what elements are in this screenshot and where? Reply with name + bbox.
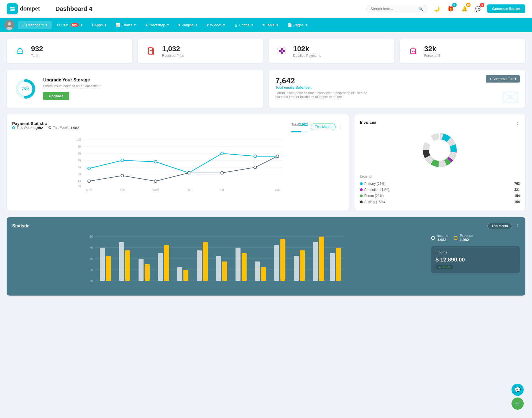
generate-report-button[interactable]: Generate Report: [487, 4, 525, 13]
legend-val-2: 1.982: [70, 126, 79, 130]
svg-rect-76: [183, 270, 188, 281]
svg-point-40: [121, 174, 124, 177]
sidebar-item-cms[interactable]: ⚙ CMS New ▼: [53, 21, 87, 29]
theme-toggle-button[interactable]: 🌙: [432, 4, 442, 14]
compose-email-button[interactable]: + Compose Email: [486, 75, 520, 83]
search-box[interactable]: 🔍: [366, 5, 427, 13]
income-detail-amount: $ 12,890,00: [436, 257, 515, 263]
upgrade-donut: 75%: [14, 78, 37, 100]
expense-dot: [454, 236, 457, 240]
options-button[interactable]: ⋮: [338, 124, 343, 130]
up-arrow-icon: ▲: [438, 265, 441, 269]
header-icons: 🌙 🎁 2 🔔 12 💬 5 Generate Report: [432, 4, 525, 14]
nav-label-plugins: Plugins: [182, 23, 194, 27]
sidebar-item-dashboard[interactable]: ⊞ Dashboard ▼: [18, 21, 52, 29]
chevron-down-icon-widget: ▼: [223, 24, 226, 27]
chevron-down-icon-table: ▼: [276, 24, 279, 27]
chevron-down-icon-charts: ▼: [134, 24, 136, 27]
svg-rect-80: [222, 261, 227, 281]
svg-rect-92: [336, 248, 341, 281]
svg-rect-68: [106, 256, 111, 281]
svg-rect-85: [274, 245, 279, 281]
statistic-controls: This Month ⋮: [487, 223, 520, 229]
sidebar-item-plugins[interactable]: ♥ Plugins ▼: [174, 21, 201, 29]
sidebar-item-charts[interactable]: 📊 Charts ▼: [112, 21, 140, 29]
msg-badge: 5: [480, 3, 484, 7]
upgrade-percent: 75%: [22, 87, 29, 91]
svg-text:Mon: Mon: [86, 188, 92, 191]
email-sub-label: Total emails Subcriber.: [275, 85, 519, 89]
chevron-down-icon-pages: ▼: [305, 24, 308, 27]
statistic-this-month-button[interactable]: This Month: [487, 223, 512, 229]
svg-point-33: [121, 159, 124, 162]
svg-rect-0: [10, 7, 15, 11]
sidebar-item-table[interactable]: ≡ Table ▼: [259, 21, 283, 29]
svg-text:Fri: Fri: [220, 188, 224, 191]
briefcase-icon: [13, 44, 27, 58]
nav-label-bootstrap: Bootstrap: [150, 23, 165, 27]
email-count: 7,642: [275, 76, 519, 85]
legend-item-forum: Forum (22%) 154: [360, 193, 520, 199]
svg-point-34: [154, 160, 157, 163]
svg-rect-77: [197, 250, 202, 281]
sidebar-item-forms[interactable]: 🖨 Forms ▼: [231, 21, 258, 29]
this-month-button[interactable]: This Month: [311, 124, 335, 130]
sidebar-item-bootstrap[interactable]: ★ Bootstrap ▼: [141, 21, 173, 29]
sidebar-item-widget[interactable]: ♥ Widget ▼: [203, 21, 229, 29]
gift-button[interactable]: 🎁 2: [446, 4, 456, 14]
svg-text:40: 40: [90, 246, 93, 249]
invoices-legend: Legend Primary (27%) 763 Promotion (11%)…: [360, 175, 520, 205]
stat-label-required-price: Required Price: [162, 54, 184, 58]
invoices-title: Invoices: [360, 120, 377, 125]
sidebar-item-apps[interactable]: ℹ Apps ▼: [88, 21, 111, 29]
navbar: ⊞ Dashboard ▼ ⚙ CMS New ▼ ℹ Apps ▼ 📊 Cha…: [0, 18, 532, 32]
stat-num-required-price: 1,032: [162, 45, 184, 53]
primary-label: Primary (27%): [364, 182, 514, 186]
search-input[interactable]: [370, 7, 416, 11]
svg-text:Thu: Thu: [186, 188, 191, 191]
email-desc: Lorem ipsum dolor sit amet, consectetur …: [275, 91, 370, 99]
income-label: Income: [437, 234, 448, 238]
socials-color-dot: [360, 201, 363, 203]
svg-point-1: [11, 9, 11, 10]
income-val: 1.982: [437, 238, 448, 242]
chart-controls: Total 3,982 This Month ⋮: [291, 120, 343, 134]
upgrade-card: 75% Upgrade Your Storage Lorem ipsum dol…: [7, 70, 263, 108]
upgrade-button[interactable]: Upgrade: [43, 92, 69, 100]
svg-rect-10: [279, 52, 282, 54]
svg-rect-75: [177, 267, 182, 281]
svg-rect-89: [313, 242, 318, 281]
income-badge: ▲ +15%: [436, 265, 453, 269]
svg-rect-91: [330, 253, 335, 281]
stat-card-detailed-payments: 102k Detalled Payments: [269, 39, 394, 63]
svg-text:30: 30: [90, 257, 93, 260]
nav-avatar: [4, 20, 14, 30]
logo: dompet: [7, 3, 51, 14]
svg-rect-14: [414, 52, 415, 54]
pages-icon: 📄: [288, 23, 292, 27]
messages-button[interactable]: 💬 5: [473, 4, 483, 14]
income-expense-row: Income 1.982 Expense 1.982: [431, 234, 520, 242]
svg-rect-74: [164, 245, 169, 281]
sidebar-item-pages[interactable]: 📄 Pages ▼: [284, 21, 312, 29]
upgrade-desc: Lorem ipsum dolor sit amet, onsectetur.: [43, 84, 101, 88]
svg-rect-73: [158, 253, 163, 281]
forum-label: Forum (22%): [364, 194, 514, 198]
payment-statistic-card: Payment Statistic This Week 1,982 This W…: [7, 114, 349, 211]
invoices-options-button[interactable]: ⋮: [515, 121, 520, 127]
statistic-options-button[interactable]: ⋮: [515, 223, 520, 229]
main-content: 932 Tariff 1,032 Required Price 102k Det…: [0, 32, 532, 302]
statistic-header: Statistic This Month ⋮: [12, 223, 520, 229]
chevron-down-icon-plugins: ▼: [195, 24, 198, 27]
svg-point-32: [88, 167, 90, 170]
svg-rect-82: [242, 253, 247, 281]
income-item: Income 1.982: [431, 234, 448, 242]
gift-badge: 2: [452, 3, 457, 7]
notifications-button[interactable]: 🔔 12: [459, 4, 469, 14]
stat-card-force-tariff: 32k Force tariff: [400, 39, 525, 63]
svg-text:70: 70: [78, 159, 81, 162]
email-card: + Compose Email 7,642 Total emails Subcr…: [269, 70, 525, 108]
expense-item: Expense 1.982: [454, 234, 473, 242]
expense-label: Expense: [460, 234, 473, 238]
primary-count: 763: [514, 182, 520, 186]
